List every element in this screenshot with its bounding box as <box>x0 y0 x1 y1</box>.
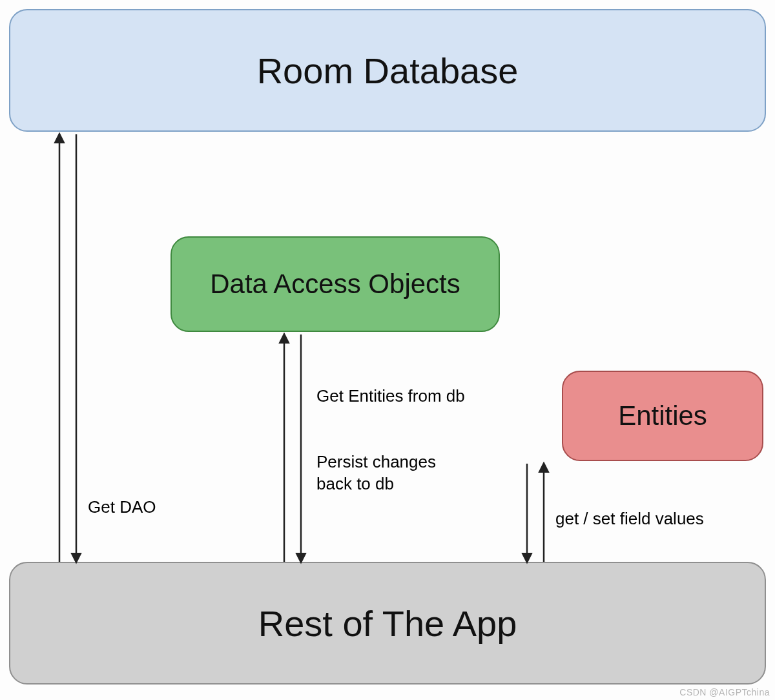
get-entities-label: Get Entities from db <box>316 386 465 406</box>
entities-box: Entities <box>562 371 763 461</box>
rest-of-app-box: Rest of The App <box>9 562 766 685</box>
entities-label: Entities <box>618 400 707 431</box>
persist-changes-label-line2: back to db <box>316 474 394 494</box>
room-database-label: Room Database <box>257 50 519 92</box>
watermark-text: CSDN @AIGPTchina <box>679 687 770 697</box>
dao-box: Data Access Objects <box>170 236 500 332</box>
get-dao-label: Get DAO <box>88 497 156 517</box>
rest-of-app-label: Rest of The App <box>258 602 517 644</box>
get-set-values-label: get / set field values <box>555 509 704 529</box>
persist-changes-label-line1: Persist changes <box>316 452 436 472</box>
dao-label: Data Access Objects <box>210 269 460 300</box>
room-database-box: Room Database <box>9 9 766 132</box>
